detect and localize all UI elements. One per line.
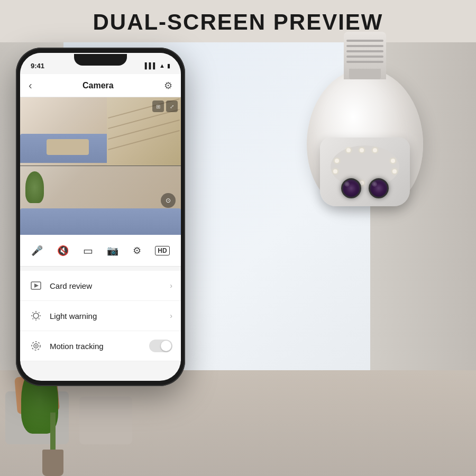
card-review-label: Card review bbox=[50, 281, 163, 290]
lens-right bbox=[369, 178, 389, 198]
stair-3 bbox=[108, 120, 180, 140]
stair-4 bbox=[108, 130, 180, 150]
thread-4 bbox=[346, 56, 383, 58]
hd-badge: HD bbox=[155, 246, 169, 255]
dual-lenses bbox=[341, 178, 389, 198]
signal-icon: ▌▌▌ bbox=[145, 62, 157, 69]
menu-item-light-warning[interactable]: Light warning › bbox=[20, 301, 181, 331]
battery-icon: ▮ bbox=[167, 62, 170, 69]
ptz-icon: ⚙ bbox=[133, 245, 141, 257]
settings-button[interactable]: ⚙ bbox=[164, 80, 172, 91]
light-warning-label: Light warning bbox=[50, 312, 163, 321]
plant bbox=[32, 370, 74, 476]
svg-point-2 bbox=[33, 313, 39, 318]
mic-icon: 🎤 bbox=[31, 245, 43, 257]
thread-1 bbox=[346, 40, 383, 42]
wifi-icon: ▲ bbox=[159, 62, 165, 69]
svg-line-7 bbox=[33, 313, 34, 314]
led-5 bbox=[333, 169, 337, 173]
svg-marker-1 bbox=[34, 283, 39, 288]
svg-line-10 bbox=[33, 318, 34, 319]
status-icons: ▌▌▌ ▲ ▮ bbox=[145, 62, 170, 69]
sofa-cushion-right bbox=[79, 397, 132, 444]
overlay-btn-1[interactable]: ⊞ bbox=[152, 100, 164, 112]
thread-3 bbox=[346, 50, 383, 52]
camera-head bbox=[317, 138, 413, 222]
led-2 bbox=[360, 148, 364, 152]
motion-tracking-icon bbox=[29, 338, 43, 353]
lens-left bbox=[341, 178, 361, 198]
menu-list: Card review › bbox=[20, 271, 181, 361]
overlay-btn-2[interactable]: ⤢ bbox=[166, 100, 178, 112]
camera-device bbox=[280, 32, 450, 349]
camera-icon: 📷 bbox=[107, 245, 118, 257]
svg-point-13 bbox=[35, 345, 37, 347]
mute-button[interactable]: 🔇 bbox=[57, 245, 69, 257]
camera-feed-bottom: ⊙ bbox=[20, 166, 181, 235]
card-review-icon bbox=[29, 278, 43, 293]
camera-body bbox=[320, 138, 410, 206]
phone-notch bbox=[74, 54, 127, 66]
menu-item-card-review[interactable]: Card review › bbox=[20, 271, 181, 301]
camera-feed-top: ⊞ ⤢ bbox=[20, 97, 181, 166]
light-warning-icon bbox=[29, 308, 43, 323]
phone-body: 9:41 ▌▌▌ ▲ ▮ ‹ Camera ⚙ bbox=[16, 48, 185, 386]
mute-icon: 🔇 bbox=[57, 245, 69, 257]
camera-feed: ⊞ ⤢ ⊙ bbox=[20, 97, 181, 235]
svg-line-9 bbox=[39, 313, 40, 314]
ptz-button[interactable]: ⚙ bbox=[133, 245, 141, 257]
feed-overlay-top: ⊞ ⤢ bbox=[152, 100, 178, 112]
photo-button[interactable]: 📷 bbox=[107, 245, 118, 257]
phone-mockup: 9:41 ▌▌▌ ▲ ▮ ‹ Camera ⚙ bbox=[16, 48, 185, 386]
card-review-chevron: › bbox=[170, 281, 172, 290]
video-button[interactable]: ▭ bbox=[83, 244, 93, 257]
phone-screen: 9:41 ▌▌▌ ▲ ▮ ‹ Camera ⚙ bbox=[20, 53, 181, 381]
led-1 bbox=[346, 148, 351, 152]
thread-2 bbox=[346, 45, 383, 47]
nav-title: Camera bbox=[83, 81, 114, 90]
toggle-knob bbox=[161, 341, 171, 351]
status-time: 9:41 bbox=[31, 62, 44, 70]
page-title: DUAL-SCREEN PREVIEW bbox=[0, 10, 476, 35]
bottom-sofa bbox=[20, 208, 181, 235]
led-3 bbox=[373, 148, 377, 152]
video-icon: ▭ bbox=[83, 244, 93, 257]
thread-5 bbox=[346, 61, 383, 63]
light-warning-chevron: › bbox=[170, 312, 172, 320]
svg-line-8 bbox=[39, 318, 40, 319]
back-button[interactable]: ‹ bbox=[29, 79, 32, 91]
interior-table bbox=[47, 139, 89, 155]
led-4 bbox=[335, 159, 339, 163]
bulb-socket bbox=[344, 32, 386, 79]
nav-bar: ‹ Camera ⚙ bbox=[20, 74, 181, 97]
motion-tracking-toggle[interactable] bbox=[149, 340, 172, 352]
mic-button[interactable]: 🎤 bbox=[31, 245, 43, 257]
motion-tracking-label: Motion tracking bbox=[50, 342, 143, 351]
led-7 bbox=[392, 169, 397, 173]
hd-button[interactable]: HD bbox=[155, 246, 169, 255]
plant-pot bbox=[42, 450, 63, 476]
expand-button[interactable]: ⊙ bbox=[161, 193, 176, 208]
bottom-plant bbox=[25, 171, 44, 203]
menu-item-motion-tracking[interactable]: Motion tracking bbox=[20, 331, 181, 361]
led-6 bbox=[391, 159, 395, 163]
controls-bar: 🎤 🔇 ▭ 📷 ⚙ HD bbox=[20, 235, 181, 267]
